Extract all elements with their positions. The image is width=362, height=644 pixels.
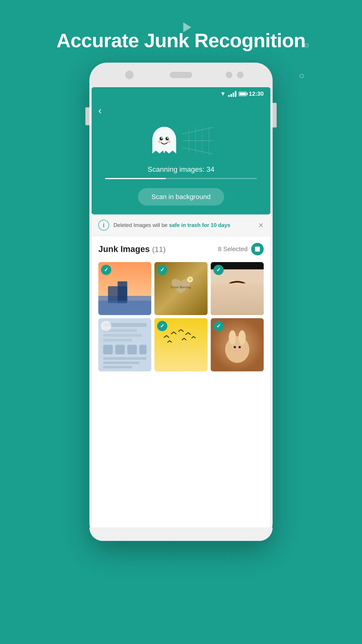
selected-count: 8 Selected <box>218 246 248 253</box>
info-banner: i Deleted Images will be safe in trash f… <box>92 214 270 236</box>
scan-beam-icon <box>175 123 216 158</box>
phone-bottom-content: i Deleted Images will be safe in trash f… <box>92 214 270 528</box>
check-badge-6: ✓ <box>213 321 224 331</box>
svg-line-10 <box>182 147 213 154</box>
check-badge-1: ✓ <box>101 265 111 275</box>
sensor-dot-1 <box>226 72 232 78</box>
svg-rect-36 <box>103 345 113 354</box>
progress-bar-fill <box>105 178 166 179</box>
selected-info: 8 Selected <box>218 243 264 255</box>
info-text: Deleted Images will be safe in trash for… <box>113 222 254 228</box>
scan-area: Scanning images: 34 Scan in background <box>92 118 270 214</box>
power-button <box>273 103 277 128</box>
status-icons: ▼ 12:30 <box>220 90 264 97</box>
svg-point-50 <box>234 349 240 353</box>
junk-image-2[interactable]: Good Morning ✓ <box>154 262 207 315</box>
svg-point-26 <box>225 280 249 302</box>
progress-bar <box>105 178 257 179</box>
svg-point-47 <box>238 330 246 345</box>
svg-point-27 <box>236 290 238 292</box>
svg-point-6 <box>158 141 160 142</box>
scan-count-label: Scanning images: 34 <box>148 165 215 174</box>
phone-screen: ▼ 12:30 ‹ <box>92 87 270 214</box>
junk-header: Junk Images (11) 8 Selected <box>98 243 264 255</box>
svg-rect-41 <box>103 362 139 364</box>
svg-point-2 <box>161 137 162 139</box>
phone-speaker <box>170 72 192 78</box>
signal-icon <box>228 91 236 97</box>
svg-rect-18 <box>117 281 127 303</box>
svg-text:Good Morning: Good Morning <box>171 285 191 289</box>
ghost-animation-container <box>146 123 216 158</box>
junk-image-3[interactable]: ✓ <box>211 262 264 315</box>
phone-bottom-bar <box>89 528 273 541</box>
svg-point-7 <box>168 141 170 142</box>
svg-rect-40 <box>103 357 147 360</box>
svg-rect-38 <box>127 345 137 354</box>
junk-title-group: Junk Images (11) <box>98 244 166 254</box>
svg-line-8 <box>182 127 213 134</box>
scan-background-button[interactable]: Scan in background <box>138 188 224 206</box>
svg-point-3 <box>167 137 168 139</box>
check-badge-3: ✓ <box>213 265 224 275</box>
junk-image-6[interactable]: ✓ <box>211 318 264 371</box>
stop-button[interactable] <box>251 243 264 255</box>
back-button-area[interactable]: ‹ <box>92 100 270 118</box>
stop-icon <box>255 247 260 252</box>
svg-point-48 <box>234 346 236 348</box>
junk-image-1[interactable]: ✓ <box>98 262 151 315</box>
circle-decoration <box>300 74 304 78</box>
image-grid: ✓ Good Morning <box>98 262 264 372</box>
info-close-button[interactable]: ✕ <box>258 222 264 229</box>
svg-rect-39 <box>139 345 146 354</box>
svg-point-1 <box>165 137 169 140</box>
status-time: 12:30 <box>249 90 264 97</box>
svg-rect-35 <box>103 339 132 342</box>
volume-button <box>85 107 89 125</box>
junk-image-4[interactable] <box>98 318 151 371</box>
svg-rect-34 <box>103 334 142 337</box>
svg-rect-37 <box>115 345 125 354</box>
check-badge-2: ✓ <box>157 265 167 275</box>
battery-icon <box>239 92 247 96</box>
front-camera <box>125 71 134 79</box>
wifi-icon: ▼ <box>220 90 226 97</box>
phone-mockup: ▼ 12:30 ‹ <box>89 62 273 541</box>
junk-title: Junk Images (11) <box>98 244 166 254</box>
svg-rect-42 <box>103 366 132 368</box>
status-bar: ▼ 12:30 <box>92 87 270 100</box>
page-title: Accurate Junk Recognition <box>0 29 362 52</box>
phone-top-bar <box>89 62 273 87</box>
junk-image-5[interactable]: ✓ <box>154 318 207 371</box>
svg-point-28 <box>218 296 257 306</box>
svg-rect-30 <box>211 308 264 315</box>
svg-point-23 <box>189 278 192 281</box>
back-chevron-icon[interactable]: ‹ <box>98 105 102 116</box>
svg-point-49 <box>238 346 241 348</box>
sensor-dot-2 <box>237 72 244 78</box>
junk-section: Junk Images (11) 8 Selected <box>92 236 270 376</box>
svg-rect-19 <box>98 301 151 315</box>
svg-rect-25 <box>211 269 264 308</box>
info-icon: i <box>98 220 109 230</box>
svg-point-46 <box>229 330 236 345</box>
check-badge-4-empty <box>101 321 111 331</box>
svg-point-0 <box>160 137 163 140</box>
